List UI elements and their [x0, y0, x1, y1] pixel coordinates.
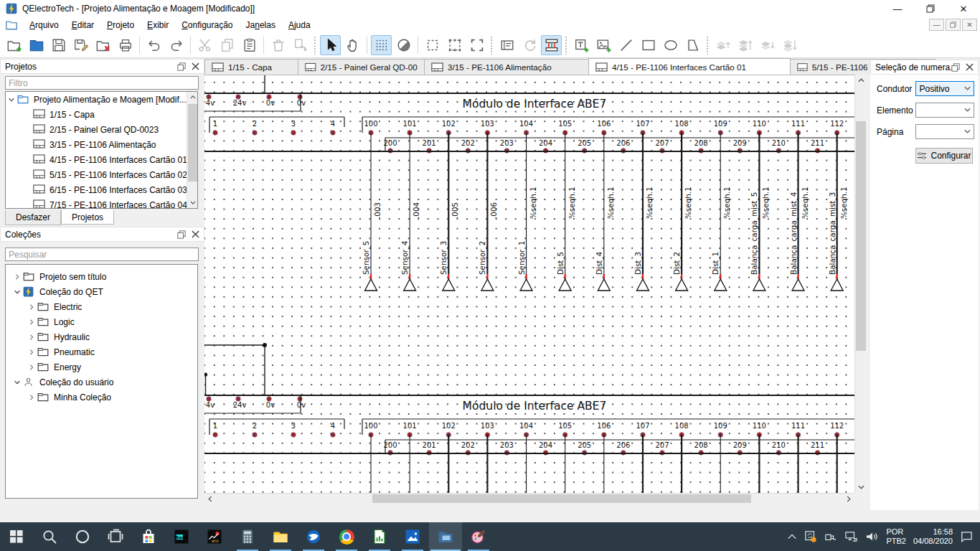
taskbar-thunderbird-button[interactable]: [297, 522, 330, 551]
volume-icon[interactable]: [865, 531, 879, 542]
collection-item-pneumatic[interactable]: Pneumatic: [6, 344, 197, 359]
add-ellipse-button[interactable]: [660, 35, 681, 55]
toolbar-drag-handle[interactable]: [706, 36, 710, 55]
clock[interactable]: 16:58 04/08/2020: [913, 527, 953, 546]
add-line-button[interactable]: [616, 35, 636, 55]
network-icon[interactable]: [844, 531, 858, 542]
dock-tab-projetos[interactable]: Projetos: [61, 209, 114, 225]
rotate-button[interactable]: [519, 35, 540, 55]
collection-item-minha-colec-a-o[interactable]: Minha Coleção: [6, 390, 197, 405]
project-page-item[interactable]: 1/15 - Capa: [6, 107, 197, 122]
chevron-right-icon[interactable]: [26, 316, 37, 328]
bring-forward-button[interactable]: [712, 35, 733, 55]
conductor-Balança_carga_mist_4[interactable]: Balança_carga_mist_4%seqh.1: [789, 133, 809, 291]
conductor-Dist_1[interactable]: Dist_1%seqh.1: [711, 133, 731, 291]
taskbar-libreoffice-calc-button[interactable]: [363, 522, 396, 551]
selection-mode-button[interactable]: [422, 35, 443, 55]
project-page-item[interactable]: 7/15 - PE-1106 Interfaces Cartão 04: [6, 197, 197, 209]
conductor-Dist_3[interactable]: Dist_3%seqh.1: [633, 133, 654, 291]
conductor-Sensor_5[interactable]: Sensor_5.003: [362, 133, 382, 291]
collection-item-colec-a-o-do-usua-rio[interactable]: Coleção do usuário: [6, 375, 197, 390]
taskbar-photos-button[interactable]: [396, 522, 429, 551]
print-button[interactable]: [115, 35, 136, 55]
mdi-close-button[interactable]: ✕: [962, 19, 977, 31]
chevron-down-icon[interactable]: [6, 94, 17, 105]
condutor-dropdown[interactable]: Positivo: [915, 81, 974, 96]
close-button[interactable]: ✕: [947, 0, 980, 17]
project-page-item[interactable]: 4/15 - PE-1106 Interfaces Cartão 01: [6, 152, 197, 167]
chevron-right-icon[interactable]: [26, 301, 37, 313]
select-all-button[interactable]: [444, 35, 465, 55]
close-project-button[interactable]: [93, 35, 113, 55]
mdi-restore-button[interactable]: [946, 19, 961, 31]
grid-toggle-button[interactable]: [371, 35, 392, 55]
chevron-down-icon[interactable]: [11, 377, 23, 388]
delete-button[interactable]: [268, 35, 288, 55]
open-project-button[interactable]: [26, 35, 47, 55]
restore-button[interactable]: [914, 0, 947, 17]
collection-item-logic[interactable]: Logic: [6, 314, 197, 329]
minimize-button[interactable]: ―: [881, 0, 914, 17]
tree-scroll-handle[interactable]: [188, 104, 197, 182]
menu-configuracao[interactable]: Configuração: [175, 19, 239, 32]
project-page-item[interactable]: 6/15 - PE-1106 Interfaces Cartão 03: [6, 182, 197, 197]
conductor-Balança_carga_mist_5[interactable]: Balança_carga_mist_5%seqh.1: [750, 133, 770, 291]
taskbar-file-explorer-button[interactable]: [264, 522, 297, 551]
vscroll-handle[interactable]: [856, 121, 866, 351]
sync-alert-icon[interactable]: [804, 530, 817, 543]
usb-plug-icon[interactable]: [824, 531, 837, 542]
collection-item-colec-a-o-do-qet[interactable]: Coleção do QET: [6, 284, 197, 299]
add-rectangle-button[interactable]: [638, 35, 659, 55]
scroll-down-arrow[interactable]: [855, 481, 867, 493]
toolbar-drag-handle[interactable]: [565, 36, 568, 55]
taskbar-stock-chart-button[interactable]: WTF: [198, 522, 231, 551]
language-indicator[interactable]: POR PTB2: [886, 527, 906, 546]
close-dock-icon[interactable]: [192, 230, 199, 238]
float-dock-icon[interactable]: [177, 230, 186, 239]
taskbar-search-button[interactable]: [33, 522, 66, 551]
menu-janelas[interactable]: Janelas: [240, 19, 282, 32]
float-dock-icon[interactable]: [177, 62, 186, 71]
menu-arquivo[interactable]: Arquivo: [23, 19, 65, 32]
project-page-item[interactable]: 5/15 - PE-1106 Interfaces Cartão 02: [6, 167, 197, 182]
menu-editar[interactable]: Editar: [65, 19, 100, 32]
conductor-Sensor_2[interactable]: Sensor_2.006: [478, 133, 498, 291]
scroll-up-arrow[interactable]: [187, 92, 198, 103]
conductor-Sensor_4[interactable]: Sensor_4.004: [400, 133, 420, 291]
dock-tab-desfazer[interactable]: Desfazer: [5, 210, 61, 225]
collection-item-projeto-sem-ti-tulo[interactable]: Projeto sem título: [6, 269, 197, 284]
undo-button[interactable]: [143, 35, 164, 55]
new-project-button[interactable]: [4, 35, 24, 55]
tab-page-1[interactable]: 1/15 - Capa: [204, 59, 298, 75]
chevron-right-icon[interactable]: [26, 362, 37, 373]
vertical-scrollbar[interactable]: [854, 75, 867, 493]
taskbar-qelectrotech-button[interactable]: [429, 522, 462, 551]
copy-button[interactable]: [217, 35, 237, 55]
float-dock-icon[interactable]: [951, 63, 960, 72]
chevron-right-icon[interactable]: [11, 271, 23, 283]
toolbar-drag-handle[interactable]: [314, 36, 317, 55]
menu-exibir[interactable]: Exibir: [141, 19, 175, 32]
chevron-right-icon[interactable]: [26, 347, 37, 358]
save-as-button[interactable]: [70, 35, 91, 55]
elemento-dropdown[interactable]: [915, 103, 974, 118]
collections-search-input[interactable]: [5, 248, 199, 261]
taskbar-task-view-button[interactable]: [99, 522, 132, 551]
hscroll-handle[interactable]: [372, 494, 751, 503]
select-tool-button[interactable]: [320, 35, 341, 55]
menu-ajuda[interactable]: Ajuda: [282, 19, 317, 32]
pan-tool-button[interactable]: [342, 35, 363, 55]
taskbar-start-button[interactable]: [0, 522, 33, 551]
projects-tree-scrollbar[interactable]: [187, 92, 197, 208]
add-polygon-button[interactable]: [682, 35, 703, 55]
project-page-item[interactable]: 3/15 - PE-1106 Alimentação: [6, 137, 197, 152]
tab-page-4[interactable]: 4/15 - PE-1106 Interfaces Cartão 01: [588, 58, 791, 75]
conductor-Sensor_3[interactable]: Sensor_3.005: [439, 133, 459, 291]
conductor-Balança_carga_mist_3[interactable]: Balança_carga_mist_3%seqh.1: [828, 133, 848, 291]
scroll-right-arrow[interactable]: [843, 494, 854, 504]
taskbar-chrome-button[interactable]: [330, 522, 363, 551]
projects-filter-input[interactable]: [5, 76, 199, 90]
taskbar-baan-button[interactable]: BaaN: [165, 522, 198, 551]
paste-button[interactable]: [239, 35, 260, 55]
chevron-down-icon[interactable]: [11, 286, 23, 298]
